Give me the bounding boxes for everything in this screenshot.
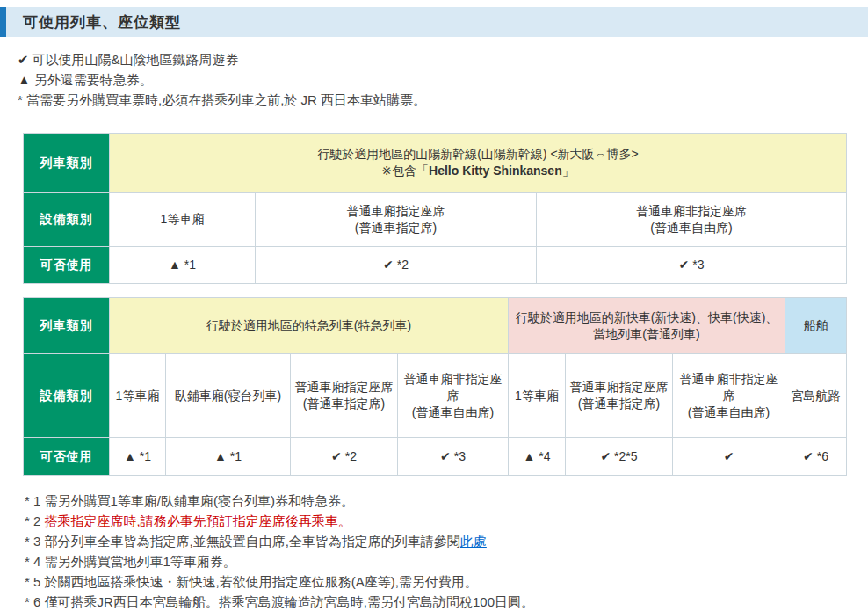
availability-cell: ✔ *3 bbox=[398, 438, 509, 476]
train-group-line1: 行駛於適用地區的山陽新幹線(山陽新幹線) <新大阪⇔博多> bbox=[113, 146, 843, 163]
legend-usable-row: ✔可以使用山陽&山陰地區鐵路周遊券 bbox=[18, 49, 868, 69]
equipment-cell-green-car: 1等車廂 bbox=[110, 354, 166, 438]
row-label-equipment-type: 設備類別 bbox=[24, 193, 110, 247]
availability-cell: ✔ *2 bbox=[291, 438, 398, 476]
equipment-subtext: (普通車自由席) bbox=[401, 404, 504, 421]
hello-kitty-prefix: ※包含「 bbox=[381, 164, 429, 178]
footnote-3: * 3 部分列車全車皆為指定席,並無設置自由席,全車皆為指定席的列車請參閱此處 bbox=[25, 531, 868, 551]
legend: ✔可以使用山陽&山陰地區鐵路周遊券 ▲另外還需要特急券。 * 當需要另外購買車票… bbox=[18, 49, 868, 110]
footnote-2-marker: * 2 bbox=[25, 513, 45, 528]
row-label-train-type: 列車類別 bbox=[24, 298, 110, 354]
row-label-availability: 可否使用 bbox=[24, 247, 110, 284]
equipment-text: 1等車廂 bbox=[512, 388, 561, 404]
equipment-text: 普通車廂非指定座席 bbox=[540, 203, 843, 220]
footnote-2: * 2 搭乘指定座席時,請務必事先預訂指定座席後再乘車。 bbox=[25, 511, 868, 531]
equipment-cell-miyajima-ferry: 宮島航路 bbox=[785, 354, 847, 438]
hello-kitty-suffix: 」 bbox=[562, 164, 575, 178]
equipment-text: 臥鋪車廂(寝台列車) bbox=[170, 388, 286, 404]
equipment-cell-reserved: 普通車廂指定座席(普通車指定席) bbox=[566, 354, 673, 438]
availability-cell: ▲ *1 bbox=[166, 438, 291, 476]
legend-purchase-note: * 當需要另外購買車票時,必須在搭乘列車之前,於 JR 西日本車站購票。 bbox=[18, 90, 868, 110]
hello-kitty-name: Hello Kitty Shinkansen bbox=[429, 164, 562, 178]
equipment-subtext: (普通車自由席) bbox=[540, 220, 843, 236]
availability-cell: ✔ *2*5 bbox=[566, 438, 673, 476]
equipment-subtext: (普通車自由席) bbox=[676, 404, 781, 421]
page: 可使用列車、座位類型 ✔可以使用山陽&山陰地區鐵路周遊券 ▲另外還需要特急券。 … bbox=[0, 7, 868, 611]
section-header: 可使用列車、座位類型 bbox=[0, 7, 868, 37]
equipment-text: 1等車廂 bbox=[113, 388, 162, 404]
train-group-rapid-local: 行駛於適用地區的新快車(新快速)、快車(快速)、當地列車(普通列車) bbox=[509, 298, 785, 354]
equipment-subtext: (普通車指定席) bbox=[294, 396, 394, 412]
equipment-subtext: (普通車指定席) bbox=[259, 220, 532, 236]
availability-cell: ✔ *2 bbox=[256, 247, 537, 284]
availability-cell: ✔ *6 bbox=[785, 438, 847, 476]
footnote-2-warning: 搭乘指定座席時,請務必事先預訂指定座席後再乘車。 bbox=[45, 513, 351, 528]
equipment-text: 宮島航路 bbox=[789, 388, 843, 404]
row-label-equipment-type: 設備類別 bbox=[24, 354, 110, 438]
equipment-subtext: (普通車指定席) bbox=[569, 396, 669, 412]
equipment-cell-non-reserved: 普通車廂非指定座席(普通車自由席) bbox=[398, 354, 509, 438]
footnote-4: * 4 需另外購買當地列車1等車廂券。 bbox=[25, 551, 868, 571]
equipment-text: 普通車廂指定座席 bbox=[569, 379, 669, 396]
other-trains-availability-table: 列車類別 行駛於適用地區的特急列車(特急列車) 行駛於適用地區的新快車(新快速)… bbox=[23, 297, 847, 476]
footnote-6: * 6 僅可搭乘JR西日本宮島輪船。搭乘宮島渡輪造訪宮島時,需另付宮島訪問稅10… bbox=[25, 592, 868, 611]
availability-cell: ▲ *4 bbox=[509, 438, 566, 476]
footnote-3-text: * 3 部分列車全車皆為指定席,並無設置自由席,全車皆為指定席的列車請參閱 bbox=[25, 534, 460, 549]
availability-cell: ▲ *1 bbox=[110, 247, 256, 284]
equipment-cell-reserved: 普通車廂指定座席(普通車指定席) bbox=[256, 193, 537, 247]
equipment-text: 1等車廂 bbox=[113, 211, 251, 228]
equipment-text: 普通車廂指定座席 bbox=[259, 203, 532, 220]
train-type-row: 列車類別 行駛於適用地區的山陽新幹線(山陽新幹線) <新大阪⇔博多> ※包含「H… bbox=[24, 134, 847, 193]
train-group-limited-express: 行駛於適用地區的特急列車(特急列車) bbox=[110, 298, 509, 354]
availability-cell: ✔ *3 bbox=[537, 247, 847, 284]
legend-usable-text: 可以使用山陽&山陰地區鐵路周遊券 bbox=[33, 52, 239, 67]
train-group-ship: 船舶 bbox=[785, 298, 847, 354]
train-group-shinkansen: 行駛於適用地區的山陽新幹線(山陽新幹線) <新大阪⇔博多> ※包含「Hello … bbox=[110, 134, 847, 193]
legend-surcharge-row: ▲另外還需要特急券。 bbox=[18, 69, 868, 90]
availability-cell: ▲ *1 bbox=[110, 438, 166, 476]
row-label-train-type: 列車類別 bbox=[24, 134, 110, 193]
train-group-line2: ※包含「Hello Kitty Shinkansen」 bbox=[113, 163, 843, 179]
legend-surcharge-text: 另外還需要特急券。 bbox=[34, 72, 153, 87]
availability-row: 可否使用 ▲ *1 ▲ *1 ✔ *2 ✔ *3 ▲ *4 ✔ *2*5 ✔ ✔… bbox=[24, 438, 847, 476]
equipment-cell-sleeper: 臥鋪車廂(寝台列車) bbox=[166, 354, 291, 438]
footnote-3-link[interactable]: 此處 bbox=[460, 534, 487, 549]
equipment-type-row: 設備類別 1等車廂 臥鋪車廂(寝台列車) 普通車廂指定座席(普通車指定席) 普通… bbox=[24, 354, 847, 438]
equipment-text: 普通車廂非指定座席 bbox=[676, 371, 781, 404]
shinkansen-availability-table: 列車類別 行駛於適用地區的山陽新幹線(山陽新幹線) <新大阪⇔博多> ※包含「H… bbox=[23, 133, 847, 284]
page-title: 可使用列車、座位類型 bbox=[23, 12, 181, 33]
equipment-cell-non-reserved: 普通車廂非指定座席(普通車自由席) bbox=[537, 193, 847, 247]
triangle-icon: ▲ bbox=[18, 72, 31, 87]
check-icon: ✔ bbox=[18, 52, 29, 67]
equipment-type-row: 設備類別 1等車廂 普通車廂指定座席(普通車指定席) 普通車廂非指定座席(普通車… bbox=[24, 193, 847, 247]
equipment-cell-reserved: 普通車廂指定座席(普通車指定席) bbox=[291, 354, 398, 438]
equipment-cell-green-car: 1等車廂 bbox=[110, 193, 256, 247]
footnotes: * 1 需另外購買1等車廂/臥鋪車廂(寝台列車)券和特急券。 * 2 搭乘指定座… bbox=[25, 491, 868, 611]
availability-row: 可否使用 ▲ *1 ✔ *2 ✔ *3 bbox=[24, 247, 847, 284]
equipment-cell-non-reserved: 普通車廂非指定座席(普通車自由席) bbox=[673, 354, 785, 438]
equipment-text: 普通車廂指定座席 bbox=[294, 379, 394, 396]
equipment-cell-green-car: 1等車廂 bbox=[509, 354, 566, 438]
footnote-1: * 1 需另外購買1等車廂/臥鋪車廂(寝台列車)券和特急券。 bbox=[25, 491, 868, 511]
row-label-availability: 可否使用 bbox=[24, 438, 110, 476]
equipment-text: 普通車廂非指定座席 bbox=[401, 371, 504, 404]
footnote-5: * 5 於關西地區搭乘快速・新快速,若欲使用指定座位服務(A座等),需另付費用。 bbox=[25, 571, 868, 592]
availability-cell: ✔ bbox=[673, 438, 785, 476]
train-type-row: 列車類別 行駛於適用地區的特急列車(特急列車) 行駛於適用地區的新快車(新快速)… bbox=[24, 298, 847, 354]
